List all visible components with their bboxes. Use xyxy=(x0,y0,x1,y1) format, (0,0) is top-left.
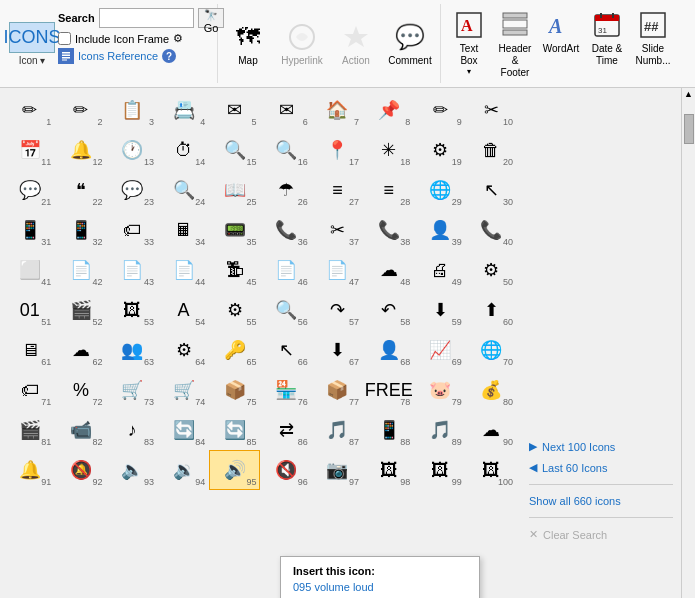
icon-cell-52[interactable]: 🎬52 xyxy=(55,290,106,330)
next-100-link[interactable]: ▶ Next 100 Icons xyxy=(529,438,673,455)
icon-cell-50[interactable]: ⚙50 xyxy=(466,250,517,290)
icon-cell-29[interactable]: 🌐29 xyxy=(414,170,465,210)
wordart-button[interactable]: A WordArt xyxy=(539,4,583,60)
slide-number-button[interactable]: ## SlideNumb... xyxy=(631,4,675,72)
icon-cell-48[interactable]: ☁48 xyxy=(363,250,414,290)
icon-cell-3[interactable]: 📋3 xyxy=(107,90,158,130)
icon-cell-72[interactable]: %72 xyxy=(55,370,106,410)
icon-cell-24[interactable]: 🔍24 xyxy=(158,170,209,210)
icon-cell-9[interactable]: ✏9 xyxy=(414,90,465,130)
hyperlink-button[interactable]: Hyperlink xyxy=(278,17,326,70)
search-input[interactable] xyxy=(99,8,194,28)
icon-cell-7[interactable]: 🏠7 xyxy=(312,90,363,130)
icon-cell-79[interactable]: 🐷79 xyxy=(414,370,465,410)
icon-cell-86[interactable]: ⇄86 xyxy=(260,410,311,450)
icon-cell-1[interactable]: ✏1 xyxy=(4,90,55,130)
icon-cell-38[interactable]: 📞38 xyxy=(363,210,414,250)
icons-ref-label[interactable]: Icons Reference xyxy=(78,50,158,62)
icon-cell-23[interactable]: 💬23 xyxy=(107,170,158,210)
icon-cell-43[interactable]: 📄43 xyxy=(107,250,158,290)
icon-cell-18[interactable]: ✳18 xyxy=(363,130,414,170)
icon-cell-33[interactable]: 🏷33 xyxy=(107,210,158,250)
icon-cell-87[interactable]: 🎵87 xyxy=(312,410,363,450)
icon-cell-77[interactable]: 📦77 xyxy=(312,370,363,410)
icon-cell-45[interactable]: 🗜45 xyxy=(209,250,260,290)
icon-cell-39[interactable]: 👤39 xyxy=(414,210,465,250)
icon-cell-16[interactable]: 🔍16 xyxy=(260,130,311,170)
action-button[interactable]: Action xyxy=(332,17,380,70)
icon-cell-78[interactable]: FREE78 xyxy=(363,370,414,410)
icon-cell-90[interactable]: ☁90 xyxy=(466,410,517,450)
icon-cell-69[interactable]: 📈69 xyxy=(414,330,465,370)
icon-cell-99[interactable]: 🖼99 xyxy=(414,450,465,490)
header-footer-button[interactable]: Header& Footer xyxy=(493,4,537,84)
icon-cell-13[interactable]: 🕐13 xyxy=(107,130,158,170)
icon-cell-10[interactable]: ✂10 xyxy=(466,90,517,130)
icon-cell-2[interactable]: ✏2 xyxy=(55,90,106,130)
icons-dropdown[interactable]: Icon ▾ xyxy=(19,55,46,66)
icon-cell-75[interactable]: 📦75 xyxy=(209,370,260,410)
icon-cell-12[interactable]: 🔔12 xyxy=(55,130,106,170)
icon-cell-71[interactable]: 🏷71 xyxy=(4,370,55,410)
icon-cell-81[interactable]: 🎬81 xyxy=(4,410,55,450)
icon-cell-60[interactable]: ⬆60 xyxy=(466,290,517,330)
icon-cell-68[interactable]: 👤68 xyxy=(363,330,414,370)
icon-cell-31[interactable]: 📱31 xyxy=(4,210,55,250)
icon-cell-65[interactable]: 🔑65 xyxy=(209,330,260,370)
icon-cell-67[interactable]: ⬇67 xyxy=(312,330,363,370)
icon-cell-93[interactable]: 🔈93 xyxy=(107,450,158,490)
icon-cell-47[interactable]: 📄47 xyxy=(312,250,363,290)
icon-cell-59[interactable]: ⬇59 xyxy=(414,290,465,330)
icon-cell-28[interactable]: ≡28 xyxy=(363,170,414,210)
icon-cell-35[interactable]: 📟35 xyxy=(209,210,260,250)
gear-icon[interactable]: ⚙ xyxy=(173,32,183,45)
icon-cell-51[interactable]: 0151 xyxy=(4,290,55,330)
icon-cell-97[interactable]: 📷97 xyxy=(312,450,363,490)
icon-cell-26[interactable]: ☂26 xyxy=(260,170,311,210)
icon-cell-8[interactable]: 📌8 xyxy=(363,90,414,130)
show-all-link[interactable]: Show all 660 icons xyxy=(529,493,673,509)
icon-cell-95[interactable]: 🔊95 xyxy=(209,450,260,490)
icon-cell-11[interactable]: 📅11 xyxy=(4,130,55,170)
icon-cell-30[interactable]: ↖30 xyxy=(466,170,517,210)
icon-cell-42[interactable]: 📄42 xyxy=(55,250,106,290)
icon-cell-46[interactable]: 📄46 xyxy=(260,250,311,290)
icon-cell-22[interactable]: ❝22 xyxy=(55,170,106,210)
icon-cell-73[interactable]: 🛒73 xyxy=(107,370,158,410)
icon-cell-66[interactable]: ↖66 xyxy=(260,330,311,370)
icon-cell-56[interactable]: 🔍56 xyxy=(260,290,311,330)
icon-cell-64[interactable]: ⚙64 xyxy=(158,330,209,370)
clear-search-link[interactable]: ✕ Clear Search xyxy=(529,526,673,543)
icon-cell-55[interactable]: ⚙55 xyxy=(209,290,260,330)
icon-cell-41[interactable]: ⬜41 xyxy=(4,250,55,290)
icon-cell-34[interactable]: 🖩34 xyxy=(158,210,209,250)
icon-cell-94[interactable]: 🔉94 xyxy=(158,450,209,490)
icon-cell-91[interactable]: 🔔91 xyxy=(4,450,55,490)
textbox-button[interactable]: A Text Box ▾ xyxy=(447,4,491,82)
scrollbar[interactable]: ▲ xyxy=(681,88,695,598)
icon-cell-63[interactable]: 👥63 xyxy=(107,330,158,370)
icon-cell-98[interactable]: 🖼98 xyxy=(363,450,414,490)
icon-cell-92[interactable]: 🔕92 xyxy=(55,450,106,490)
icon-cell-100[interactable]: 🖼100 xyxy=(466,450,517,490)
icon-cell-5[interactable]: ✉5 xyxy=(209,90,260,130)
help-icon[interactable]: ? xyxy=(162,49,176,63)
include-frame-checkbox[interactable] xyxy=(58,32,71,45)
icon-cell-6[interactable]: ✉6 xyxy=(260,90,311,130)
scroll-thumb[interactable] xyxy=(684,114,694,144)
icon-cell-82[interactable]: 📹82 xyxy=(55,410,106,450)
icon-cell-80[interactable]: 💰80 xyxy=(466,370,517,410)
scroll-up-button[interactable]: ▲ xyxy=(682,88,696,100)
icon-cell-88[interactable]: 📱88 xyxy=(363,410,414,450)
icon-cell-17[interactable]: 📍17 xyxy=(312,130,363,170)
icon-cell-84[interactable]: 🔄84 xyxy=(158,410,209,450)
icon-cell-70[interactable]: 🌐70 xyxy=(466,330,517,370)
icon-cell-49[interactable]: 🖨49 xyxy=(414,250,465,290)
icon-cell-53[interactable]: 🖼53 xyxy=(107,290,158,330)
icon-cell-25[interactable]: 📖25 xyxy=(209,170,260,210)
icon-cell-20[interactable]: 🗑20 xyxy=(466,130,517,170)
icon-cell-89[interactable]: 🎵89 xyxy=(414,410,465,450)
icon-cell-44[interactable]: 📄44 xyxy=(158,250,209,290)
icon-cell-36[interactable]: 📞36 xyxy=(260,210,311,250)
icon-cell-37[interactable]: ✂37 xyxy=(312,210,363,250)
